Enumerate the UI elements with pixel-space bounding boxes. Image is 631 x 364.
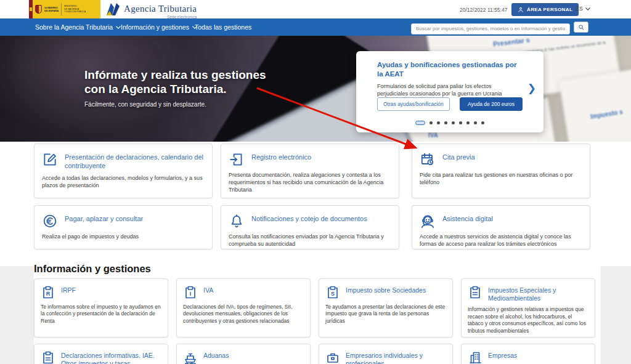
- top-header: GOBIERNO DE ESPAÑA MINISTERIO DE HACIEND…: [0, 0, 631, 18]
- card-description: Realiza el pago de impuestos y deudas: [35, 229, 212, 240]
- carousel-title: Ayudas y bonificaciones gestionadas por …: [377, 60, 524, 79]
- card-presentacion-declaraciones[interactable]: Presentación de declaraciones, calendari…: [34, 144, 213, 198]
- headset-agent-icon: [420, 213, 436, 229]
- card-title: Impuesto sobre Sociedades: [346, 285, 426, 294]
- carousel-card: Ayudas y bonificaciones gestionadas por …: [356, 51, 543, 132]
- carousel-dot[interactable]: [429, 121, 433, 124]
- card-title: Notificaciones y cotejo de documentos: [251, 213, 367, 224]
- briefcase-icon: [325, 350, 340, 364]
- svg-text:S: S: [331, 291, 335, 297]
- card-impuestos-especiales[interactable]: Impuestos Especiales y Medioambientales …: [461, 278, 595, 338]
- card-description: Pide cita para realizar tus gestiones en…: [412, 168, 590, 186]
- card-description: Te informamos sobre el impuesto y te ayu…: [35, 300, 168, 325]
- card-description: Accede a nuestros servicios de asistenci…: [412, 229, 590, 248]
- datetime-label: 20/12/2022 11:55:47: [460, 7, 507, 13]
- card-description: Declaraciones del IVA, tipos de regímene…: [177, 300, 310, 325]
- carousel-dot[interactable]: [444, 121, 447, 124]
- carousel-next-button[interactable]: ❯: [527, 83, 536, 94]
- card-impuesto-sociedades[interactable]: S Impuesto sobre Sociedades Te ayudamos …: [319, 278, 453, 338]
- nav-item-label: Sobre la Agencia Tributaria: [35, 23, 113, 31]
- chevron-down-icon: [116, 26, 121, 29]
- card-description: Accede a todas las declaraciones, modelo…: [35, 171, 212, 189]
- nav-item-informacion-y-gestiones[interactable]: Información y gestiones: [121, 18, 197, 36]
- card-description: Consulta las notificaciones enviadas por…: [221, 229, 399, 248]
- other-aids-button[interactable]: Otras ayudas/bonificación: [377, 97, 450, 111]
- carousel-dot-active[interactable]: [415, 121, 425, 125]
- background-text: IVA: [428, 132, 438, 139]
- document-lines-icon: [41, 350, 55, 364]
- card-asistencia-digital[interactable]: Asistencia digital Accede a nuestros ser…: [412, 205, 590, 249]
- personal-area-button[interactable]: ÁREA PERSONAL: [511, 3, 579, 16]
- card-title: Declaraciones informativas. IAE. Otros i…: [61, 350, 161, 364]
- carousel-dot[interactable]: [466, 121, 470, 124]
- card-iva[interactable]: I IVA Declaraciones del IVA, tipos de re…: [176, 278, 311, 338]
- coat-of-arms-icon: [35, 5, 42, 14]
- card-title: Registro electrónico: [251, 152, 311, 162]
- brand-name: Agencia Tributaria: [124, 4, 197, 14]
- svg-text:R: R: [46, 291, 51, 297]
- carousel-dot[interactable]: [437, 121, 440, 124]
- ship-icon: [183, 350, 198, 364]
- carousel-text: Formularios de solicitud para paliar los…: [377, 83, 519, 97]
- card-description: Te ayudamos a presentar las declaracione…: [319, 300, 452, 325]
- card-title: Asistencia digital: [442, 213, 493, 224]
- card-irpf[interactable]: R IRPF Te informamos sobre el impuesto y…: [34, 278, 168, 338]
- nav-item-sobre-la-agencia[interactable]: Sobre la Agencia Tributaria: [35, 18, 121, 36]
- nav-item-todas-las-gestiones[interactable]: Todas las gestiones: [195, 18, 251, 36]
- person-icon: [518, 6, 524, 13]
- carousel-dot[interactable]: [474, 121, 477, 124]
- hero-title-line2: con la Agencia Tributaria.: [84, 82, 266, 96]
- search-button[interactable]: [574, 22, 588, 33]
- government-label: GOBIERNO DE ESPAÑA: [44, 6, 59, 12]
- clipboard-i-icon: I: [183, 285, 198, 300]
- search-icon: [578, 24, 585, 31]
- hero-title-line1: Infórmate y realiza tus gestiones: [84, 68, 266, 82]
- card-pagar-aplazar[interactable]: Pagar, aplazar y consultar Realiza el pa…: [34, 205, 213, 249]
- building-icon: [468, 350, 482, 364]
- card-title: Presentación de declaraciones, calendari…: [65, 152, 205, 171]
- section-heading: Información y gestiones: [34, 263, 151, 275]
- clipboard-s-icon: S: [325, 285, 340, 300]
- card-title: IVA: [203, 285, 213, 294]
- hero-copy: Infórmate y realiza tus gestiones con la…: [84, 68, 266, 108]
- carousel-dot[interactable]: [459, 121, 462, 124]
- calendar-clock-icon: [420, 152, 436, 168]
- card-registro-electronico[interactable]: Registro electrónico Presenta documentac…: [221, 144, 399, 198]
- carousel-dots: [356, 121, 543, 125]
- government-logo[interactable]: GOBIERNO DE ESPAÑA MINISTERIO DE HACIEND…: [33, 0, 100, 18]
- card-cita-previa[interactable]: Cita previa Pide cita para realizar tus …: [412, 144, 590, 198]
- card-title: Pagar, aplazar y consultar: [65, 213, 143, 224]
- svg-text:I: I: [190, 291, 192, 297]
- divider: [61, 3, 62, 15]
- main-navbar: Sobre la Agencia Tributaria Información …: [0, 18, 631, 36]
- nav-item-label: Información y gestiones: [121, 23, 189, 31]
- card-empresarios-individuales[interactable]: Empresarios individuales y profesionales: [319, 344, 453, 364]
- hero-subtitle: Fácilmente, con seguridad y sin desplaza…: [84, 101, 266, 108]
- card-declaraciones-informativas[interactable]: Declaraciones informativas. IAE. Otros i…: [34, 344, 168, 364]
- ministry-label: MINISTERIO DE HACIENDA Y FUNCIÓN PÚBLICA: [64, 5, 86, 14]
- language-label: ES: [576, 6, 583, 12]
- card-notificaciones[interactable]: Notificaciones y cotejo de documentos Co…: [221, 205, 399, 249]
- pencil-square-icon: [42, 152, 58, 168]
- aid-200-euros-button[interactable]: Ayuda de 200 euros: [460, 97, 523, 111]
- card-description: Información y gestiones relativas a impu…: [462, 302, 595, 334]
- card-title: Impuestos Especiales y Medioambientales: [488, 285, 588, 302]
- card-title: IRPF: [61, 285, 76, 294]
- card-description: Presenta documentación, realiza alegacio…: [221, 168, 399, 193]
- personal-area-label: ÁREA PERSONAL: [527, 7, 572, 12]
- aeat-swoosh-icon: [105, 1, 121, 17]
- card-title: Empresas: [488, 350, 517, 360]
- language-selector[interactable]: ES: [576, 6, 590, 12]
- bell-icon: [229, 213, 245, 229]
- card-empresas[interactable]: Empresas: [461, 344, 595, 364]
- nav-item-label: Todas las gestiones: [195, 23, 251, 31]
- chevron-down-icon: [585, 7, 590, 10]
- carousel-dot[interactable]: [481, 121, 484, 124]
- carousel-dot[interactable]: [452, 121, 455, 124]
- clipboard-r-icon: R: [41, 285, 55, 300]
- card-aduanas[interactable]: Aduanas: [176, 344, 311, 364]
- document-arrow-icon: [229, 152, 245, 168]
- search-input[interactable]: [411, 23, 570, 34]
- card-title: Aduanas: [203, 350, 229, 360]
- agencia-tributaria-logo[interactable]: Agencia Tributaria Sede electrónica: [105, 1, 197, 19]
